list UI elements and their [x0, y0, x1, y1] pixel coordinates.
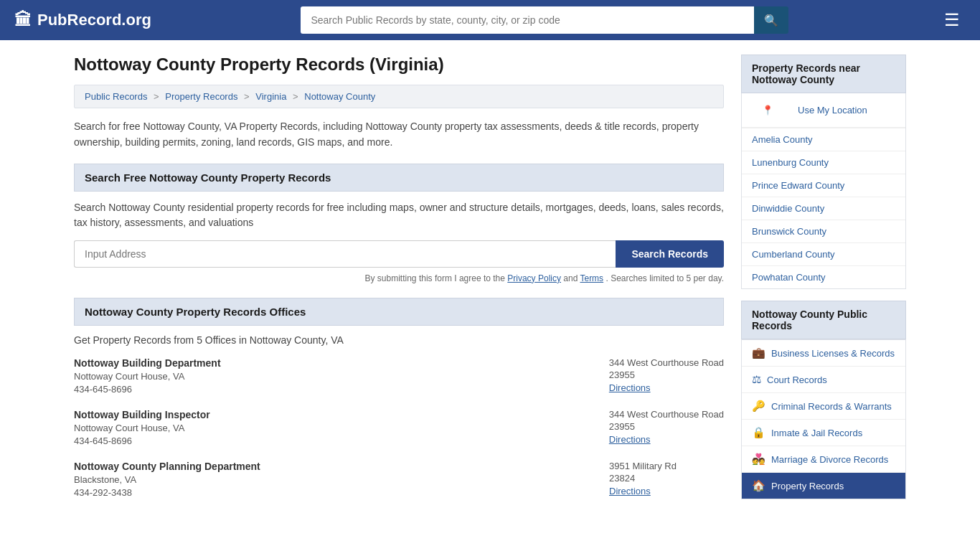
breadcrumb-public-records[interactable]: Public Records	[85, 91, 147, 102]
disclaimer-and: and	[563, 273, 580, 283]
court-records-link[interactable]: ⚖ Court Records	[742, 367, 905, 392]
search-section-description: Search Nottoway County residential prope…	[74, 200, 724, 230]
page-description: Search for free Nottoway County, VA Prop…	[74, 118, 724, 151]
main-container: Nottoway County Property Records (Virgin…	[60, 40, 920, 512]
use-my-location-item[interactable]: 📍 Use My Location	[742, 93, 905, 128]
public-records-list: 💼 Business Licenses & Records ⚖ Court Re…	[741, 339, 906, 499]
office-location-3: Blackstone, VA	[74, 474, 580, 485]
nearby-header: Property Records near Nottoway County	[741, 55, 906, 93]
page-title: Nottoway County Property Records (Virgin…	[74, 55, 724, 75]
court-records-label: Court Records	[767, 375, 827, 385]
office-name-3: Nottoway County Planning Department	[74, 461, 580, 472]
site-logo[interactable]: 🏛 PubRecord.org	[14, 10, 151, 30]
header-search-container: 🔍	[301, 6, 788, 34]
address-search-form: Search Records	[74, 240, 724, 268]
disclaimer-end: . Searches limited to 5 per day.	[606, 273, 724, 283]
search-section-header: Search Free Nottoway County Property Rec…	[74, 164, 724, 192]
nearby-county-5[interactable]: Brunswick County	[742, 220, 905, 243]
breadcrumb: Public Records > Property Records > Virg…	[74, 85, 724, 108]
nearby-county-4[interactable]: Dinwiddie County	[742, 197, 905, 220]
public-record-marriage[interactable]: 💑 Marriage & Divorce Records	[742, 446, 905, 473]
public-record-court[interactable]: ⚖ Court Records	[742, 367, 905, 393]
location-pin-icon: 📍	[752, 99, 783, 121]
menu-button[interactable]: ☰	[938, 7, 966, 33]
search-records-button[interactable]: Search Records	[616, 240, 724, 268]
public-records-header: Nottoway County Public Records	[741, 301, 906, 339]
sidebar: Property Records near Nottoway County 📍 …	[741, 55, 906, 512]
office-address-line2-1: 23955	[609, 369, 724, 380]
directions-link-1[interactable]: Directions	[609, 382, 651, 393]
marriage-records-label: Marriage & Divorce Records	[771, 454, 888, 465]
header-search-button[interactable]: 🔍	[754, 6, 788, 34]
office-entry-2: Nottoway Building Inspector Nottoway Cou…	[74, 409, 724, 446]
nearby-county-7[interactable]: Powhatan County	[742, 266, 905, 288]
nearby-county-link-7[interactable]: Powhatan County	[742, 266, 905, 288]
criminal-records-label: Criminal Records & Warrants	[771, 401, 892, 412]
nearby-county-link-3[interactable]: Prince Edward County	[742, 174, 905, 197]
property-records-link[interactable]: 🏠 Property Records	[742, 473, 905, 499]
directions-link-3[interactable]: Directions	[609, 486, 651, 496]
office-address-line2-2: 23955	[609, 421, 724, 432]
inmate-records-label: Inmate & Jail Records	[771, 428, 862, 438]
office-location-2: Nottoway Court House, VA	[74, 423, 580, 433]
nearby-county-link-1[interactable]: Amelia County	[742, 128, 905, 151]
breadcrumb-property-records[interactable]: Property Records	[165, 91, 237, 102]
header-search-input[interactable]	[301, 6, 754, 34]
office-left-2: Nottoway Building Inspector Nottoway Cou…	[74, 409, 580, 446]
public-record-inmate[interactable]: 🔒 Inmate & Jail Records	[742, 420, 905, 446]
office-left-3: Nottoway County Planning Department Blac…	[74, 461, 580, 498]
nearby-list: 📍 Use My Location Amelia County Lunenbur…	[741, 93, 906, 289]
business-records-label: Business Licenses & Records	[771, 348, 895, 359]
inmate-records-link[interactable]: 🔒 Inmate & Jail Records	[742, 420, 905, 446]
form-disclaimer: By submitting this form I agree to the P…	[74, 273, 724, 283]
directions-link-2[interactable]: Directions	[609, 434, 651, 445]
office-address-line1-1: 344 West Courthouse Road	[609, 357, 724, 368]
scales-icon: ⚖	[752, 373, 761, 386]
breadcrumb-virginia[interactable]: Virginia	[255, 91, 286, 102]
nearby-county-3[interactable]: Prince Edward County	[742, 174, 905, 197]
address-input[interactable]	[74, 240, 616, 268]
public-record-property[interactable]: 🏠 Property Records	[742, 473, 905, 499]
office-phone-2: 434-645-8696	[74, 435, 580, 446]
nearby-county-2[interactable]: Lunenburg County	[742, 151, 905, 174]
office-name-1: Nottoway Building Department	[74, 357, 580, 369]
office-entry-1: Nottoway Building Department Nottoway Co…	[74, 357, 724, 395]
privacy-policy-link[interactable]: Privacy Policy	[507, 273, 561, 283]
nearby-county-link-5[interactable]: Brunswick County	[742, 220, 905, 242]
logo-text: PubRecord.org	[37, 11, 151, 29]
office-address-line1-3: 3951 Military Rd	[609, 461, 724, 471]
house-icon: 🏠	[752, 479, 765, 492]
public-record-business[interactable]: 💼 Business Licenses & Records	[742, 340, 905, 367]
briefcase-icon: 💼	[752, 347, 765, 359]
rings-icon: 💑	[752, 453, 765, 466]
nearby-county-link-2[interactable]: Lunenburg County	[742, 151, 905, 174]
nearby-section: Property Records near Nottoway County 📍 …	[741, 55, 906, 289]
office-name-2: Nottoway Building Inspector	[74, 409, 580, 420]
offices-section-header: Nottoway County Property Records Offices	[74, 298, 724, 326]
office-phone-1: 434-645-8696	[74, 384, 580, 395]
marriage-records-link[interactable]: 💑 Marriage & Divorce Records	[742, 446, 905, 472]
search-icon: 🔍	[764, 14, 778, 27]
nearby-county-link-6[interactable]: Cumberland County	[742, 243, 905, 265]
business-records-link[interactable]: 💼 Business Licenses & Records	[742, 340, 905, 366]
disclaimer-text: By submitting this form I agree to the	[365, 273, 505, 283]
property-records-label: Property Records	[771, 481, 844, 491]
site-header: 🏛 PubRecord.org 🔍 ☰	[0, 0, 980, 40]
terms-link[interactable]: Terms	[580, 273, 603, 283]
office-right-2: 344 West Courthouse Road 23955 Direction…	[580, 409, 724, 445]
office-location-1: Nottoway Court House, VA	[74, 371, 580, 382]
public-record-criminal[interactable]: 🔑 Criminal Records & Warrants	[742, 393, 905, 420]
public-records-section: Nottoway County Public Records 💼 Busines…	[741, 301, 906, 499]
criminal-records-link[interactable]: 🔑 Criminal Records & Warrants	[742, 393, 905, 419]
nearby-county-6[interactable]: Cumberland County	[742, 243, 905, 266]
breadcrumb-sep-1: >	[154, 91, 161, 102]
nearby-county-link-4[interactable]: Dinwiddie County	[742, 197, 905, 220]
use-my-location-link[interactable]: Use My Location	[788, 99, 877, 121]
offices-description: Get Property Records from 5 Offices in N…	[74, 334, 724, 346]
office-right-1: 344 West Courthouse Road 23955 Direction…	[580, 357, 724, 393]
nearby-county-1[interactable]: Amelia County	[742, 128, 905, 151]
breadcrumb-sep-2: >	[244, 91, 252, 102]
breadcrumb-nottoway[interactable]: Nottoway County	[304, 91, 375, 102]
office-entry-3: Nottoway County Planning Department Blac…	[74, 461, 724, 498]
logo-icon: 🏛	[14, 10, 32, 30]
